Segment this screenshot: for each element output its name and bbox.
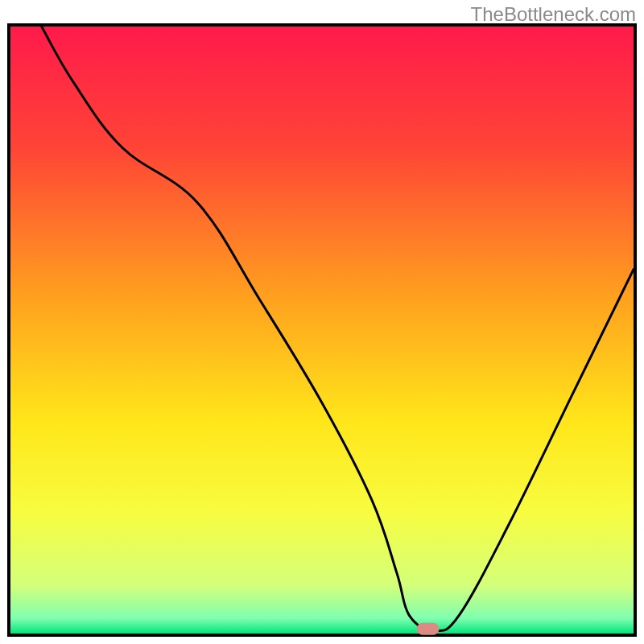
plot-background bbox=[10, 27, 634, 634]
optimal-marker bbox=[417, 623, 440, 635]
watermark-text: TheBottleneck.com bbox=[471, 3, 636, 26]
chart-frame: TheBottleneck.com bbox=[0, 0, 644, 644]
bottleneck-chart bbox=[0, 0, 644, 644]
